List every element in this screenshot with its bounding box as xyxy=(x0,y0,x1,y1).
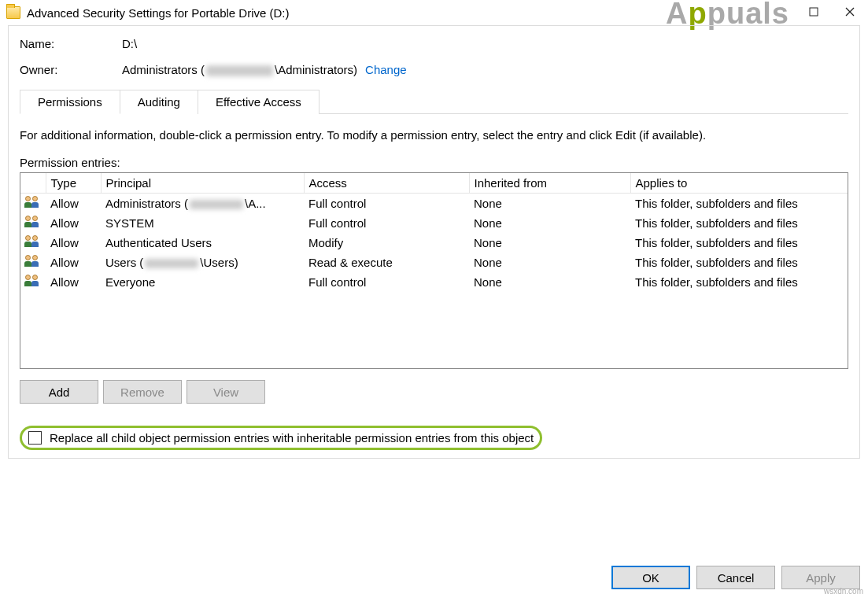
view-button[interactable]: View xyxy=(187,380,265,404)
close-button[interactable] xyxy=(832,0,868,24)
apply-button[interactable]: Apply xyxy=(781,566,860,589)
folder-icon xyxy=(6,6,20,19)
users-icon xyxy=(25,275,41,287)
users-icon xyxy=(25,216,41,228)
col-type-header[interactable]: Type xyxy=(46,173,101,194)
row-principal: Administrators (\A... xyxy=(101,194,304,214)
row-inherited: None xyxy=(469,272,630,292)
main-panel: Name: D:\ Owner: Administrators (\Admini… xyxy=(8,25,860,459)
users-icon xyxy=(25,235,41,248)
users-icon xyxy=(25,255,41,267)
svg-rect-0 xyxy=(810,8,818,16)
owner-prefix: Administrators ( xyxy=(122,63,205,76)
row-icon-cell xyxy=(20,213,46,233)
table-row[interactable]: AllowAuthenticated UsersModifyNoneThis f… xyxy=(20,233,848,253)
row-type: Allow xyxy=(46,272,101,292)
tabstrip: Permissions Auditing Effective Access xyxy=(20,89,848,114)
action-row: Add Remove View xyxy=(20,380,848,404)
row-applies: This folder, subfolders and files xyxy=(630,272,848,292)
table-row[interactable]: AllowEveryoneFull controlNoneThis folder… xyxy=(20,272,848,292)
redacted-text xyxy=(145,259,198,268)
row-applies: This folder, subfolders and files xyxy=(630,233,848,253)
col-applies-header[interactable]: Applies to xyxy=(630,173,848,194)
owner-suffix: \Administrators) xyxy=(275,63,357,76)
permission-table[interactable]: Type Principal Access Inherited from App… xyxy=(20,173,848,292)
name-label: Name: xyxy=(20,37,122,50)
row-type: Allow xyxy=(46,253,101,272)
redacted-text xyxy=(206,65,273,76)
remove-button[interactable]: Remove xyxy=(103,380,182,404)
name-value: D:\ xyxy=(122,37,137,50)
titlebar: Advanced Security Settings for Portable … xyxy=(0,0,868,25)
replace-children-checkbox[interactable] xyxy=(28,431,42,445)
owner-row: Owner: Administrators (\Administrators) … xyxy=(20,63,848,76)
owner-value: Administrators (\Administrators) xyxy=(122,63,357,76)
cancel-button[interactable]: Cancel xyxy=(696,566,775,589)
table-header-row: Type Principal Access Inherited from App… xyxy=(20,173,848,194)
row-type: Allow xyxy=(46,213,101,233)
row-type: Allow xyxy=(46,233,101,253)
row-applies: This folder, subfolders and files xyxy=(630,194,848,214)
row-type: Allow xyxy=(46,194,101,214)
permission-entries-box: Type Principal Access Inherited from App… xyxy=(20,172,848,369)
name-row: Name: D:\ xyxy=(20,37,848,50)
col-principal-header[interactable]: Principal xyxy=(101,173,304,194)
row-icon-cell xyxy=(20,233,46,253)
window-controls xyxy=(796,0,868,25)
replace-children-checkbox-row[interactable]: Replace all child object permission entr… xyxy=(20,426,542,450)
row-inherited: None xyxy=(469,213,630,233)
row-icon-cell xyxy=(20,272,46,292)
redacted-text xyxy=(190,200,243,209)
row-principal: Authenticated Users xyxy=(101,233,304,253)
row-inherited: None xyxy=(469,194,630,214)
dialog-footer: OK Cancel Apply xyxy=(611,566,860,589)
row-access: Read & execute xyxy=(304,253,469,272)
tab-effective-access[interactable]: Effective Access xyxy=(198,90,319,114)
owner-label: Owner: xyxy=(20,63,122,76)
users-icon xyxy=(25,196,41,208)
table-row[interactable]: AllowSYSTEMFull controlNoneThis folder, … xyxy=(20,213,848,233)
row-access: Full control xyxy=(304,272,469,292)
row-icon-cell xyxy=(20,194,46,214)
row-icon-cell xyxy=(20,253,46,272)
tab-permissions[interactable]: Permissions xyxy=(20,90,120,114)
tab-auditing[interactable]: Auditing xyxy=(120,90,198,114)
row-access: Modify xyxy=(304,233,469,253)
row-principal: Everyone xyxy=(101,272,304,292)
maximize-button[interactable] xyxy=(796,0,832,24)
row-inherited: None xyxy=(469,233,630,253)
table-row[interactable]: AllowAdministrators (\A...Full controlNo… xyxy=(20,194,848,214)
col-access-header[interactable]: Access xyxy=(304,173,469,194)
replace-children-label: Replace all child object permission entr… xyxy=(50,431,534,445)
row-inherited: None xyxy=(469,253,630,272)
row-applies: This folder, subfolders and files xyxy=(630,253,848,272)
col-inherited-header[interactable]: Inherited from xyxy=(469,173,630,194)
table-row[interactable]: AllowUsers (\Users)Read & executeNoneThi… xyxy=(20,253,848,272)
ok-button[interactable]: OK xyxy=(611,566,690,589)
row-applies: This folder, subfolders and files xyxy=(630,213,848,233)
add-button[interactable]: Add xyxy=(20,380,98,404)
entries-label: Permission entries: xyxy=(20,156,848,169)
col-icon-header[interactable] xyxy=(20,173,46,194)
footnote: wsxdn.com xyxy=(824,587,863,594)
row-principal: Users (\Users) xyxy=(101,253,304,272)
row-principal: SYSTEM xyxy=(101,213,304,233)
row-access: Full control xyxy=(304,194,469,214)
change-owner-link[interactable]: Change xyxy=(365,63,407,76)
row-access: Full control xyxy=(304,213,469,233)
tab-instruction: For additional information, double-click… xyxy=(20,128,848,142)
window-title: Advanced Security Settings for Portable … xyxy=(27,6,289,20)
